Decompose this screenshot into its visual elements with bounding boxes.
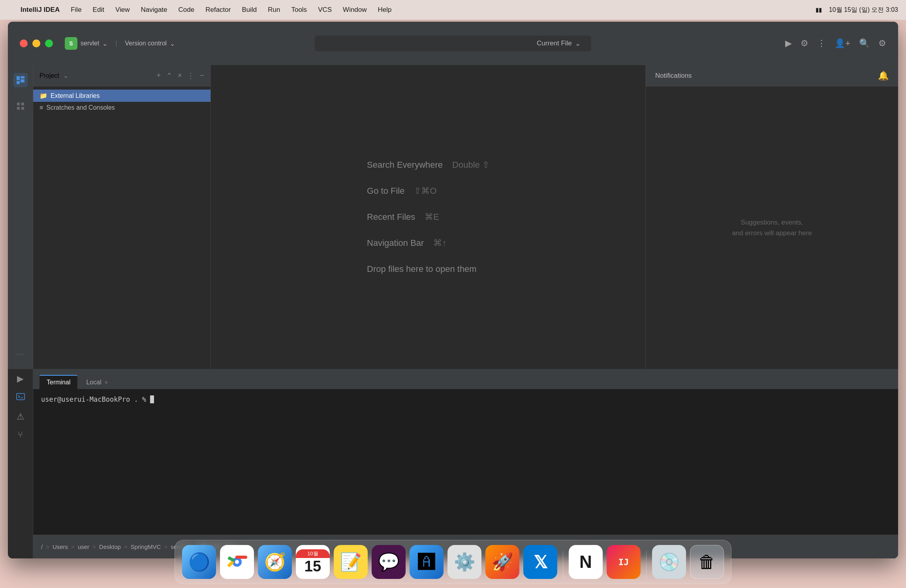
dock-slack[interactable]: 💬 xyxy=(372,545,406,579)
current-file-chevron: ⌄ xyxy=(575,39,581,48)
search-icon[interactable]: 🔍 xyxy=(859,38,870,49)
dock: 🔵 🧭 10월 15 📝 💬 🅰 ⚙️ 🚀 xyxy=(175,540,731,584)
project-dropdown-icon[interactable]: ⌄ xyxy=(102,40,107,47)
menubar: IntelliJ IDEA File Edit View Navigate Co… xyxy=(0,0,906,20)
dock-notes[interactable]: 📝 xyxy=(334,545,368,579)
menu-edit[interactable]: Edit xyxy=(93,6,104,14)
maximize-button[interactable] xyxy=(45,39,53,47)
bottom-wrapper: ▶ ⚠ ⑂ Terminal Lo xyxy=(8,369,898,558)
vcs-dropdown-icon[interactable]: ⌄ xyxy=(170,40,175,47)
menu-tools[interactable]: Tools xyxy=(291,6,307,14)
editor-area[interactable]: Search Everywhere Double ⇧ Go to File ⇧⌘… xyxy=(211,65,645,369)
svg-rect-8 xyxy=(17,393,24,400)
dock-intellij[interactable]: IJ xyxy=(607,545,641,579)
svg-rect-6 xyxy=(17,107,20,110)
terminal-tab-label: Terminal xyxy=(47,379,70,386)
menu-refactor[interactable]: Refactor xyxy=(205,6,231,14)
activity-more[interactable]: ··· xyxy=(13,347,28,361)
project-minimize-icon[interactable]: − xyxy=(200,71,204,80)
project-icon: S xyxy=(65,37,77,50)
menu-build[interactable]: Build xyxy=(242,6,257,14)
notif-line2: and errors will appear here xyxy=(732,229,812,237)
dock-notion[interactable]: N xyxy=(569,545,603,579)
path-sep5: > xyxy=(164,543,167,550)
path-users[interactable]: Users xyxy=(53,543,68,550)
menu-view[interactable]: View xyxy=(115,6,130,14)
terminal-icon[interactable] xyxy=(16,392,25,404)
menu-help[interactable]: Help xyxy=(378,6,392,14)
dock-trash[interactable]: 🗑 xyxy=(690,545,724,579)
title-bar-right: ▶ ⚙ ⋮ 👤+ 🔍 ⚙ xyxy=(785,38,886,49)
control-center-icon[interactable]: ▮▮ xyxy=(816,6,822,13)
menu-code[interactable]: Code xyxy=(179,6,195,14)
dock-chrome[interactable] xyxy=(220,545,254,579)
dock-appstore[interactable]: 🅰 xyxy=(410,545,444,579)
terminal-tab-local[interactable]: Local × xyxy=(79,376,115,389)
svg-rect-2 xyxy=(21,79,24,82)
current-file-button[interactable]: Current File ⌄ xyxy=(532,37,585,50)
path-user[interactable]: user xyxy=(78,543,89,550)
build-icon[interactable]: ⚙ xyxy=(801,38,808,49)
dock-calendar[interactable]: 10월 15 xyxy=(296,545,330,579)
dock-finder[interactable]: 🔵 xyxy=(182,545,216,579)
external-libraries-label: External Libraries xyxy=(51,92,100,99)
bottom-activity-bar: ▶ ⚠ ⑂ xyxy=(8,369,33,558)
vcs-label[interactable]: Version control xyxy=(125,40,167,47)
menu-vcs[interactable]: VCS xyxy=(318,6,332,14)
path-desktop[interactable]: Desktop xyxy=(99,543,121,550)
hint-nav-label: Navigation Bar xyxy=(367,238,424,248)
dock-vscode[interactable]: 𝕏 xyxy=(523,545,557,579)
dock-disk-utility[interactable]: 💿 xyxy=(652,545,686,579)
terminal-tab-terminal[interactable]: Terminal xyxy=(39,375,77,389)
run-icon[interactable]: ▶ xyxy=(785,38,792,49)
local-tab-label: Local xyxy=(86,379,101,386)
dock-divider xyxy=(563,551,563,579)
local-tab-close-icon[interactable]: × xyxy=(105,379,108,386)
menu-run[interactable]: Run xyxy=(268,6,280,14)
project-more-icon[interactable]: ⋮ xyxy=(187,71,194,80)
menu-navigate[interactable]: Navigate xyxy=(141,6,167,14)
activity-bar: ··· xyxy=(8,65,33,369)
dock-system-preferences[interactable]: ⚙️ xyxy=(447,545,481,579)
ide-window: S servlet ⌄ | Version control ⌄ Current … xyxy=(8,22,898,558)
path-springmvc[interactable]: SpringMVC xyxy=(131,543,161,550)
project-expand-icon[interactable]: ⌃ xyxy=(166,71,172,80)
menu-intellij[interactable]: IntelliJ IDEA xyxy=(21,6,60,14)
close-button[interactable] xyxy=(20,39,28,47)
notif-line1: Suggestions, events, xyxy=(741,219,803,226)
project-dropdown[interactable]: ⌄ xyxy=(63,72,68,79)
terminal-content[interactable]: user@userui-MacBookPro . % xyxy=(33,389,898,535)
project-add-icon[interactable]: + xyxy=(156,71,161,80)
svg-rect-5 xyxy=(21,103,24,105)
hint-search-everywhere: Search Everywhere Double ⇧ xyxy=(367,160,489,170)
add-user-icon[interactable]: 👤+ xyxy=(835,38,850,49)
notifications-bell-icon[interactable]: 🔔 xyxy=(878,71,889,81)
path-sep4: > xyxy=(124,543,128,550)
hint-recent-files: Recent Files ⌘E xyxy=(367,212,439,222)
menu-window[interactable]: Window xyxy=(343,6,367,14)
path-root[interactable]: / xyxy=(41,543,43,550)
terminal-space xyxy=(146,395,150,403)
more-icon[interactable]: ⋮ xyxy=(817,38,826,49)
dock-launchpad[interactable]: 🚀 xyxy=(485,545,519,579)
terminal-prompt: user@userui-MacBookPro . % xyxy=(41,395,146,403)
project-header: Project ⌄ + ⌃ × ⋮ − xyxy=(33,65,211,86)
settings-icon[interactable]: ⚙ xyxy=(878,38,886,49)
project-close-icon[interactable]: × xyxy=(178,71,182,80)
menu-file[interactable]: File xyxy=(71,6,81,14)
tree-item-scratches[interactable]: ≡ Scratches and Consoles xyxy=(33,102,211,114)
problems-icon[interactable]: ⚠ xyxy=(17,412,24,422)
activity-structure-icon[interactable] xyxy=(13,99,28,113)
hint-search-shortcut: Double ⇧ xyxy=(452,160,489,170)
run-bottom-icon[interactable]: ▶ xyxy=(17,374,24,384)
project-title: Project xyxy=(39,72,59,79)
activity-project-icon[interactable] xyxy=(13,73,28,87)
path-sep2: > xyxy=(71,543,75,550)
scratches-icon: ≡ xyxy=(39,104,43,111)
dock-safari[interactable]: 🧭 xyxy=(258,545,292,579)
tree-item-external-libraries[interactable]: 📁 External Libraries xyxy=(33,90,211,102)
traffic-lights xyxy=(20,39,53,47)
project-name[interactable]: servlet xyxy=(81,40,99,47)
minimize-button[interactable] xyxy=(32,39,40,47)
git-icon[interactable]: ⑂ xyxy=(18,430,23,440)
